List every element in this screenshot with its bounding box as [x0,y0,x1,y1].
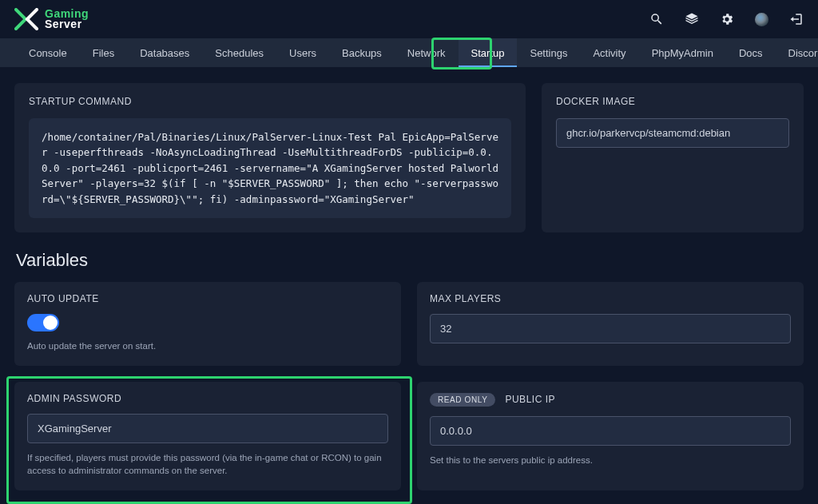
docker-image-panel: DOCKER IMAGE ghcr.io/parkervcp/steamcmd:… [542,83,804,232]
tab-databases[interactable]: Databases [127,38,202,67]
tab-startup[interactable]: Startup [459,38,518,67]
docker-image-select[interactable]: ghcr.io/parkervcp/steamcmd:debian [556,118,789,148]
tab-console[interactable]: Console [16,38,80,67]
public-ip-input: 0.0.0.0 [430,416,791,446]
startup-command-title: STARTUP COMMAND [29,96,511,107]
brand-text-bottom: Server [45,19,89,30]
docker-image-title: DOCKER IMAGE [556,96,789,107]
brand-text: Gaming Server [45,9,89,29]
tab-discord[interactable]: Discord [776,38,818,67]
admin-password-card: ADMIN PASSWORD XGamingServer If specifie… [14,382,401,490]
admin-password-helper: If specified, players must provide this … [27,451,388,478]
public-ip-title: PUBLIC IP [505,394,555,405]
logout-icon[interactable] [789,12,804,26]
tab-files[interactable]: Files [80,38,127,67]
auto-update-helper: Auto update the server on start. [27,339,388,353]
topbar-actions [649,12,804,26]
tab-schedules[interactable]: Schedules [202,38,276,67]
public-ip-card: READ ONLY PUBLIC IP 0.0.0.0 Set this to … [417,382,804,490]
admin-password-title: ADMIN PASSWORD [27,393,121,404]
max-players-input[interactable]: 32 [430,314,791,343]
variables-grid: AUTO UPDATE Auto update the server on st… [14,282,804,490]
brand-logo[interactable]: Gaming Server [14,8,89,30]
tab-backups[interactable]: Backups [329,38,395,67]
max-players-title: MAX PLAYERS [430,293,501,304]
tab-network[interactable]: Network [395,38,459,67]
search-icon[interactable] [649,12,664,26]
settings-icon[interactable] [720,12,734,26]
variables-heading: Variables [16,250,804,271]
layers-icon[interactable] [685,12,699,26]
topbar: Gaming Server [0,0,818,38]
auto-update-toggle[interactable] [27,314,59,331]
auto-update-card: AUTO UPDATE Auto update the server on st… [14,282,401,366]
brand-x-icon [14,8,42,30]
admin-password-input[interactable]: XGamingServer [27,414,388,443]
startup-command-value: /home/container/Pal/Binaries/Linux/PalSe… [29,118,511,218]
public-ip-helper: Set this to the servers public ip addres… [430,454,791,467]
tab-docs[interactable]: Docs [726,38,776,67]
tab-settings[interactable]: Settings [517,38,580,67]
public-ip-readonly-badge: READ ONLY [430,393,495,407]
tab-activity[interactable]: Activity [580,38,638,67]
navbar: Console Files Databases Schedules Users … [0,38,818,67]
startup-command-panel: STARTUP COMMAND /home/container/Pal/Bina… [14,83,526,232]
auto-update-title: AUTO UPDATE [27,293,99,304]
tab-users[interactable]: Users [276,38,329,67]
max-players-card: MAX PLAYERS 32 [417,282,804,366]
globe-icon[interactable] [755,13,768,26]
content: STARTUP COMMAND /home/container/Pal/Bina… [0,67,818,504]
tab-phpmyadmin[interactable]: PhpMyAdmin [639,38,726,67]
